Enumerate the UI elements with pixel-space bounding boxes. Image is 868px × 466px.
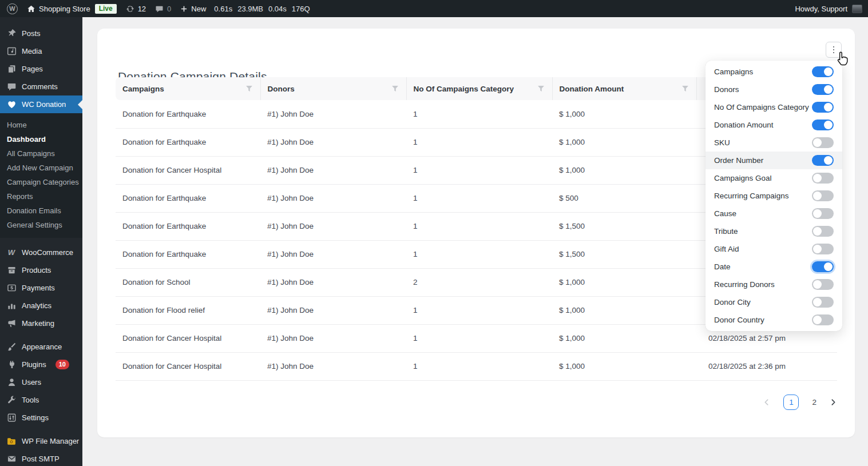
prev-page-button[interactable]: [763, 399, 770, 406]
sidebar-item-pages[interactable]: Pages: [0, 60, 82, 78]
updates-link[interactable]: 12: [121, 0, 150, 17]
column-menu-item-no-of-campaigns-category[interactable]: No Of Campaigns Category: [706, 98, 842, 116]
campaign-cell: Donation for Cancer Hospital: [116, 352, 260, 380]
toggle-donation-amount[interactable]: [812, 120, 834, 130]
sidebar-item-label: Tools: [22, 396, 39, 404]
toggle-donor-city[interactable]: [812, 297, 834, 308]
column-header-donors[interactable]: Donors: [260, 77, 406, 100]
column-options-button[interactable]: [826, 42, 842, 58]
sidebar-item-appearance[interactable]: Appearance: [0, 338, 82, 356]
howdy-account-link[interactable]: Howdy, Support: [795, 5, 847, 13]
campaign-cell: Donation for Earthquake: [116, 184, 260, 212]
submenu-item-dashboard[interactable]: Dashboard: [0, 132, 82, 146]
column-menu-item-label: No Of Campaigns Category: [714, 103, 809, 111]
sidebar-item-marketing[interactable]: Marketing: [0, 314, 82, 332]
sidebar-item-settings[interactable]: Settings: [0, 409, 82, 427]
submenu-item-add-new-campaign[interactable]: Add New Campaign: [0, 161, 82, 175]
site-name: Shopping Store: [39, 5, 90, 13]
toggle-date[interactable]: [812, 261, 834, 272]
column-menu-item-gift-aid[interactable]: Gift Aid: [706, 240, 842, 258]
column-menu-item-label: Donors: [714, 85, 739, 94]
filter-icon[interactable]: [681, 85, 689, 93]
sidebar-item-label: Payments: [22, 284, 55, 292]
column-menu-item-donor-city[interactable]: Donor City: [706, 293, 842, 311]
sidebar-item-post-smtp[interactable]: Post SMTP: [0, 450, 82, 466]
column-menu-item-donor-country[interactable]: Donor Country: [706, 311, 842, 329]
site-name-link[interactable]: Shopping Store Live: [22, 0, 121, 17]
toggle-no-of-campaigns-category[interactable]: [812, 102, 834, 113]
toggle-cause[interactable]: [812, 208, 834, 219]
sidebar-item-label: WooCommerce: [22, 248, 73, 257]
envelope-icon: [6, 454, 17, 464]
column-menu-item-recurring-donors[interactable]: Recurring Donors: [706, 276, 842, 293]
categories-cell: 1: [406, 240, 552, 268]
toggle-gift-aid[interactable]: [812, 244, 834, 254]
filter-icon[interactable]: [537, 85, 545, 93]
toggle-knob: [813, 209, 822, 218]
sidebar-item-users[interactable]: Users: [0, 373, 82, 391]
submenu-item-campaign-categories[interactable]: Campaign Categories: [0, 175, 82, 189]
submenu-item-home[interactable]: Home: [0, 118, 82, 132]
date-cell: 02/18/2025 at 2:36 pm: [696, 352, 837, 380]
column-menu-item-order-number[interactable]: Order Number: [706, 152, 842, 169]
column-menu-item-donation-amount[interactable]: Donation Amount: [706, 116, 842, 134]
avatar[interactable]: [852, 5, 862, 13]
next-page-button[interactable]: [830, 399, 837, 406]
submenu-item-reports[interactable]: Reports: [0, 189, 82, 204]
column-header-no-of-campaigns-category[interactable]: No Of Campaigns Category: [406, 77, 552, 100]
sidebar-group-admin: AppearancePlugins10UsersToolsSettings: [0, 338, 82, 427]
column-menu-item-donors[interactable]: Donors: [706, 81, 842, 98]
column-header-campaigns[interactable]: Campaigns: [116, 77, 260, 100]
toggle-tribute[interactable]: [812, 226, 834, 237]
sidebar-item-payments[interactable]: Payments: [0, 279, 82, 297]
wc-donation-submenu: HomeDashboardAll CampaignsAdd New Campai…: [0, 113, 82, 238]
analytics-icon: [6, 301, 17, 311]
toggle-donor-country[interactable]: [812, 314, 834, 325]
pages-icon: [6, 64, 17, 74]
submenu-item-general-settings[interactable]: General Settings: [0, 218, 82, 232]
sidebar-item-media[interactable]: Media: [0, 42, 82, 60]
categories-cell: 1: [406, 352, 552, 380]
sidebar-item-posts[interactable]: Posts: [0, 25, 82, 42]
column-menu-item-campaigns[interactable]: Campaigns: [706, 63, 842, 81]
sidebar-item-products[interactable]: Products: [0, 261, 82, 279]
wordpress-menu[interactable]: W: [0, 0, 22, 17]
sidebar-item-label: Pages: [22, 65, 43, 73]
column-menu-item-cause[interactable]: Cause: [706, 205, 842, 222]
toggle-campaigns[interactable]: [812, 66, 834, 77]
toggle-recurring-donors[interactable]: [812, 279, 834, 290]
column-menu-item-campaigns-goal[interactable]: Campaigns Goal: [706, 169, 842, 187]
new-content-link[interactable]: New: [176, 0, 211, 17]
donor-cell: #1) John Doe: [260, 128, 406, 156]
submenu-item-donation-emails[interactable]: Donation Emails: [0, 204, 82, 218]
toggle-knob: [813, 316, 822, 324]
sidebar-item-wp-file-manager[interactable]: WP File Manager: [0, 432, 82, 450]
toggle-order-number[interactable]: [812, 155, 834, 166]
filter-icon[interactable]: [245, 85, 253, 93]
toggle-knob: [824, 103, 833, 111]
submenu-item-all-campaigns[interactable]: All Campaigns: [0, 146, 82, 161]
sidebar-item-tools[interactable]: Tools: [0, 391, 82, 409]
toggle-campaigns-goal[interactable]: [812, 173, 834, 184]
amount-cell: $ 1,000: [552, 296, 696, 324]
filter-icon[interactable]: [391, 85, 399, 93]
sidebar-item-analytics[interactable]: Analytics: [0, 297, 82, 314]
column-menu-item-tribute[interactable]: Tribute: [706, 222, 842, 240]
sidebar-group-top: PostsMediaPagesCommentsWC Donation: [0, 17, 82, 113]
toggle-donors[interactable]: [812, 84, 834, 95]
sidebar-item-comments[interactable]: Comments: [0, 78, 82, 95]
toggle-sku[interactable]: [812, 137, 834, 148]
column-menu-item-sku[interactable]: SKU: [706, 134, 842, 152]
toggle-recurring-campaigns[interactable]: [812, 190, 834, 201]
page-button-2[interactable]: 2: [812, 398, 817, 407]
sidebar-item-woocommerce[interactable]: WWooCommerce: [0, 244, 82, 261]
sidebar-item-plugins[interactable]: Plugins10: [0, 356, 82, 373]
page-button-1[interactable]: 1: [783, 395, 799, 410]
comments-link[interactable]: 0: [150, 0, 176, 17]
live-badge[interactable]: Live: [95, 4, 117, 14]
sidebar-item-wc-donation[interactable]: WC Donation: [0, 95, 82, 113]
column-menu-item-date[interactable]: Date: [706, 258, 842, 276]
column-menu-item-recurring-campaigns[interactable]: Recurring Campaigns: [706, 187, 842, 205]
sidebar-group-plugins: WP File ManagerPost SMTP: [0, 432, 82, 466]
column-header-donation-amount[interactable]: Donation Amount: [552, 77, 696, 100]
